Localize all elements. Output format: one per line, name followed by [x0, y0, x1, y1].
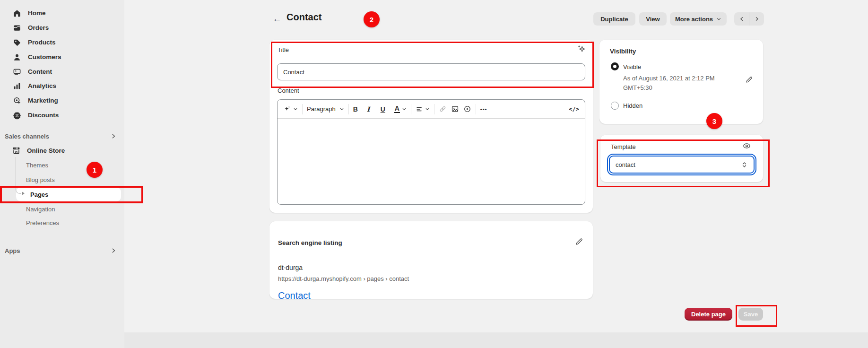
alignment-dropdown[interactable] [416, 105, 430, 113]
sidebar-section-apps[interactable]: Apps [0, 244, 124, 258]
seo-title-link[interactable]: Contact [278, 290, 311, 301]
chevron-left-icon [739, 16, 745, 22]
insert-video-button[interactable] [463, 105, 471, 113]
chevron-down-icon [293, 107, 298, 112]
sidebar-item-content[interactable]: Content [0, 64, 124, 79]
bold-button[interactable]: B [353, 105, 363, 113]
visibility-heading: Visibility [610, 48, 636, 55]
sidebar: Home Orders Products Customers Content A… [0, 0, 124, 348]
sparkle-icon [283, 105, 291, 113]
arrow-left-icon: ← [273, 14, 282, 24]
discounts-icon [13, 111, 21, 120]
sidebar-item-themes[interactable]: Themes [26, 158, 48, 172]
sidebar-item-label: Home [28, 9, 46, 17]
insert-image-button[interactable] [451, 105, 459, 113]
duplicate-button[interactable]: Duplicate [593, 12, 635, 26]
hidden-radio[interactable] [611, 102, 619, 110]
visible-radio[interactable] [611, 62, 619, 70]
online-store-label: Online Store [27, 147, 65, 154]
link-icon [439, 105, 447, 113]
sparkle-ai-icon[interactable] [577, 44, 586, 54]
sidebar-item-label: Analytics [28, 82, 56, 89]
rich-text-editor: Paragraph B I U A [277, 99, 585, 205]
sidebar-item-products[interactable]: Products [0, 35, 124, 50]
page-bottom-edge [124, 332, 868, 348]
pages-label: Pages [30, 191, 48, 198]
italic-button[interactable]: I [367, 105, 376, 113]
sidebar-item-preferences[interactable]: Preferences [26, 216, 59, 230]
divider [434, 104, 434, 114]
marketing-icon [13, 96, 21, 105]
paragraph-style-dropdown[interactable]: Paragraph [307, 105, 344, 113]
sidebar-section-sales-channels[interactable]: Sales channels [0, 129, 124, 143]
sidebar-item-blog-posts[interactable]: Blog posts [26, 173, 55, 187]
previous-page-button[interactable] [734, 12, 749, 26]
sidebar-item-home[interactable]: Home [0, 6, 124, 20]
sidebar-item-label: Orders [28, 24, 49, 31]
visible-label: Visible [623, 63, 641, 70]
sidebar-item-discounts[interactable]: Discounts [0, 108, 124, 122]
chevron-right-icon [110, 133, 117, 139]
sidebar-item-navigation[interactable]: Navigation [26, 202, 55, 216]
content-textarea[interactable] [278, 119, 585, 205]
title-field-label: Title [278, 46, 289, 53]
ai-assist-dropdown[interactable] [283, 105, 298, 113]
visibility-card: Visibility Visible As of August 16, 2021… [599, 40, 763, 124]
page-title: Contact [286, 12, 321, 23]
template-heading: Template [611, 143, 636, 150]
eye-preview-icon[interactable] [742, 141, 751, 150]
content-icon [13, 68, 21, 76]
sidebar-item-marketing[interactable]: Marketing [0, 93, 124, 108]
apps-label: Apps [5, 247, 20, 254]
sidebar-item-label: Customers [28, 53, 61, 61]
back-button[interactable]: ← [271, 13, 283, 25]
page-editor-card: Title Content Paragraph B I U [269, 40, 593, 213]
template-select[interactable]: contact [609, 156, 755, 174]
align-left-icon [416, 105, 423, 113]
code-view-button[interactable]: </> [569, 106, 579, 113]
chevron-down-icon [402, 107, 407, 112]
shopify-admin-screen: Home Orders Products Customers Content A… [0, 0, 868, 348]
chevron-right-icon [754, 16, 760, 22]
edit-pencil-icon[interactable] [745, 76, 753, 84]
chevron-right-icon [110, 247, 117, 254]
sidebar-item-orders[interactable]: Orders [0, 20, 124, 35]
more-tools-button[interactable]: ••• [480, 106, 487, 112]
save-button[interactable]: Save [738, 308, 763, 321]
orders-icon [13, 24, 21, 32]
sidebar-item-label: Discounts [28, 112, 59, 119]
sidebar-item-pages[interactable]: Pages [16, 187, 121, 201]
view-button[interactable]: View [639, 12, 667, 26]
customers-icon [13, 53, 21, 61]
more-actions-button[interactable]: More actions [670, 12, 727, 26]
title-input[interactable] [277, 63, 585, 80]
text-color-dropdown[interactable]: A [394, 105, 407, 113]
select-updown-icon [741, 161, 748, 168]
sidebar-item-online-store[interactable]: Online Store [0, 143, 124, 157]
analytics-icon [13, 82, 21, 90]
edit-pencil-icon[interactable] [575, 237, 583, 246]
play-circle-icon [463, 105, 471, 113]
seo-site-name: dt-durga [278, 264, 303, 271]
sidebar-item-customers[interactable]: Customers [0, 50, 124, 64]
visible-date-note: As of August 16, 2021 at 2:12 PM GMT+5:3… [623, 74, 745, 92]
next-page-button[interactable] [749, 12, 764, 26]
underline-button[interactable]: U [381, 105, 390, 113]
pagination-group [734, 12, 764, 26]
sales-channels-label: Sales channels [5, 133, 49, 140]
sidebar-item-label: Products [28, 39, 56, 46]
content-field-label: Content [278, 87, 299, 94]
sidebar-item-label: Content [28, 68, 52, 75]
divider [476, 104, 476, 114]
sidebar-item-analytics[interactable]: Analytics [0, 78, 124, 93]
divider [302, 104, 303, 114]
delete-page-button[interactable]: Delete page [685, 308, 732, 321]
chevron-down-icon [716, 17, 721, 22]
home-icon [13, 9, 21, 17]
search-engine-listing-card: Search engine listing dt-durga https://d… [269, 221, 593, 299]
template-selected-value: contact [616, 161, 635, 168]
annotation-badge-2: 2 [364, 11, 380, 27]
divider [411, 104, 411, 114]
products-icon [13, 38, 21, 47]
link-button[interactable] [439, 105, 447, 113]
